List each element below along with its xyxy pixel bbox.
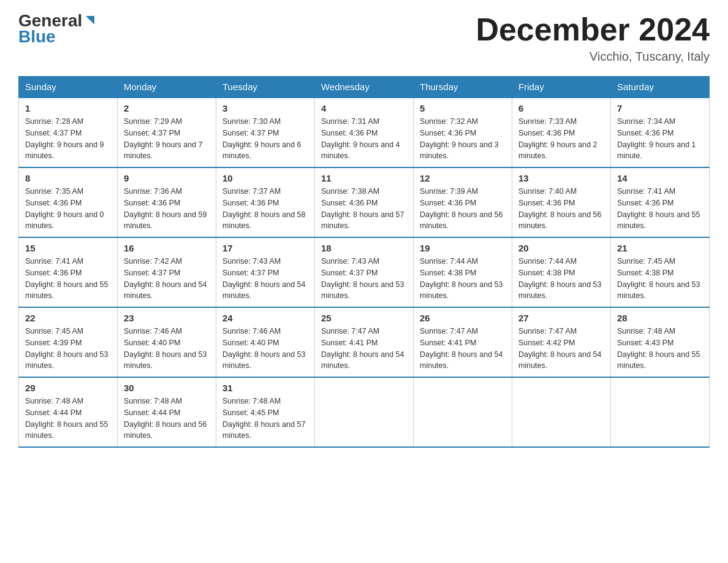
- day-info: Sunrise: 7:47 AM Sunset: 4:42 PM Dayligh…: [518, 326, 604, 372]
- day-info: Sunrise: 7:34 AM Sunset: 4:36 PM Dayligh…: [617, 116, 703, 162]
- day-number: 23: [124, 313, 210, 323]
- day-info: Sunrise: 7:42 AM Sunset: 4:37 PM Dayligh…: [124, 256, 210, 302]
- logo-blue: Blue: [18, 27, 56, 47]
- day-header-monday: Monday: [118, 77, 216, 98]
- day-info: Sunrise: 7:36 AM Sunset: 4:36 PM Dayligh…: [124, 186, 210, 232]
- calendar-cell: 18 Sunrise: 7:43 AM Sunset: 4:37 PM Dayl…: [315, 237, 414, 307]
- day-number: 4: [321, 103, 407, 113]
- calendar-cell: 2 Sunrise: 7:29 AM Sunset: 4:37 PM Dayli…: [118, 98, 216, 167]
- week-row-3: 15 Sunrise: 7:41 AM Sunset: 4:36 PM Dayl…: [19, 237, 710, 307]
- day-number: 16: [124, 243, 210, 253]
- day-info: Sunrise: 7:48 AM Sunset: 4:43 PM Dayligh…: [617, 326, 703, 372]
- calendar-cell: 30 Sunrise: 7:48 AM Sunset: 4:44 PM Dayl…: [118, 377, 216, 447]
- day-info: Sunrise: 7:48 AM Sunset: 4:44 PM Dayligh…: [25, 396, 111, 442]
- calendar-cell: 16 Sunrise: 7:42 AM Sunset: 4:37 PM Dayl…: [118, 237, 216, 307]
- day-info: Sunrise: 7:47 AM Sunset: 4:41 PM Dayligh…: [420, 326, 506, 372]
- week-row-4: 22 Sunrise: 7:45 AM Sunset: 4:39 PM Dayl…: [19, 307, 710, 377]
- month-title: December 2024: [476, 12, 710, 47]
- day-info: Sunrise: 7:30 AM Sunset: 4:37 PM Dayligh…: [222, 116, 308, 162]
- day-number: 30: [124, 383, 210, 393]
- day-number: 1: [25, 103, 111, 113]
- page-header: General Blue December 2024 Vicchio, Tusc…: [18, 12, 710, 64]
- day-number: 15: [25, 243, 111, 253]
- day-info: Sunrise: 7:43 AM Sunset: 4:37 PM Dayligh…: [222, 256, 308, 302]
- day-header-tuesday: Tuesday: [216, 77, 315, 98]
- day-number: 26: [420, 313, 506, 323]
- calendar-cell: 13 Sunrise: 7:40 AM Sunset: 4:36 PM Dayl…: [512, 167, 611, 237]
- day-number: 5: [420, 103, 506, 113]
- day-info: Sunrise: 7:35 AM Sunset: 4:36 PM Dayligh…: [25, 186, 111, 232]
- day-info: Sunrise: 7:40 AM Sunset: 4:36 PM Dayligh…: [518, 186, 604, 232]
- day-info: Sunrise: 7:37 AM Sunset: 4:36 PM Dayligh…: [222, 186, 308, 232]
- day-number: 22: [25, 313, 111, 323]
- day-number: 18: [321, 243, 407, 253]
- day-number: 17: [222, 243, 308, 253]
- day-number: 7: [617, 103, 703, 113]
- calendar-cell: [611, 377, 710, 447]
- day-number: 8: [25, 173, 111, 183]
- calendar-cell: 31 Sunrise: 7:48 AM Sunset: 4:45 PM Dayl…: [216, 377, 315, 447]
- day-number: 19: [420, 243, 506, 253]
- day-info: Sunrise: 7:48 AM Sunset: 4:44 PM Dayligh…: [124, 396, 210, 442]
- day-number: 10: [222, 173, 308, 183]
- calendar-cell: 5 Sunrise: 7:32 AM Sunset: 4:36 PM Dayli…: [414, 98, 512, 167]
- calendar-cell: 15 Sunrise: 7:41 AM Sunset: 4:36 PM Dayl…: [19, 237, 118, 307]
- location-subtitle: Vicchio, Tuscany, Italy: [476, 50, 710, 64]
- day-header-wednesday: Wednesday: [315, 77, 414, 98]
- day-info: Sunrise: 7:31 AM Sunset: 4:36 PM Dayligh…: [321, 116, 407, 162]
- day-info: Sunrise: 7:47 AM Sunset: 4:41 PM Dayligh…: [321, 326, 407, 372]
- day-number: 2: [124, 103, 210, 113]
- day-info: Sunrise: 7:41 AM Sunset: 4:36 PM Dayligh…: [25, 256, 111, 302]
- day-number: 29: [25, 383, 111, 393]
- calendar-cell: 10 Sunrise: 7:37 AM Sunset: 4:36 PM Dayl…: [216, 167, 315, 237]
- day-number: 11: [321, 173, 407, 183]
- day-number: 25: [321, 313, 407, 323]
- calendar-cell: 24 Sunrise: 7:46 AM Sunset: 4:40 PM Dayl…: [216, 307, 315, 377]
- calendar-cell: 22 Sunrise: 7:45 AM Sunset: 4:39 PM Dayl…: [19, 307, 118, 377]
- calendar-cell: 20 Sunrise: 7:44 AM Sunset: 4:38 PM Dayl…: [512, 237, 611, 307]
- calendar-cell: [414, 377, 512, 447]
- calendar-cell: 8 Sunrise: 7:35 AM Sunset: 4:36 PM Dayli…: [19, 167, 118, 237]
- day-number: 28: [617, 313, 703, 323]
- day-number: 12: [420, 173, 506, 183]
- calendar-cell: 6 Sunrise: 7:33 AM Sunset: 4:36 PM Dayli…: [512, 98, 611, 167]
- title-section: December 2024 Vicchio, Tuscany, Italy: [476, 12, 710, 64]
- calendar-cell: 23 Sunrise: 7:46 AM Sunset: 4:40 PM Dayl…: [118, 307, 216, 377]
- day-number: 24: [222, 313, 308, 323]
- day-number: 21: [617, 243, 703, 253]
- day-header-thursday: Thursday: [414, 77, 512, 98]
- day-number: 14: [617, 173, 703, 183]
- day-info: Sunrise: 7:45 AM Sunset: 4:38 PM Dayligh…: [617, 256, 703, 302]
- calendar-cell: 7 Sunrise: 7:34 AM Sunset: 4:36 PM Dayli…: [611, 98, 710, 167]
- calendar-cell: 29 Sunrise: 7:48 AM Sunset: 4:44 PM Dayl…: [19, 377, 118, 447]
- day-info: Sunrise: 7:46 AM Sunset: 4:40 PM Dayligh…: [222, 326, 308, 372]
- calendar-header-row: SundayMondayTuesdayWednesdayThursdayFrid…: [19, 77, 710, 98]
- day-number: 9: [124, 173, 210, 183]
- calendar-cell: 21 Sunrise: 7:45 AM Sunset: 4:38 PM Dayl…: [611, 237, 710, 307]
- calendar-cell: 3 Sunrise: 7:30 AM Sunset: 4:37 PM Dayli…: [216, 98, 315, 167]
- calendar-cell: 14 Sunrise: 7:41 AM Sunset: 4:36 PM Dayl…: [611, 167, 710, 237]
- calendar-cell: 19 Sunrise: 7:44 AM Sunset: 4:38 PM Dayl…: [414, 237, 512, 307]
- week-row-1: 1 Sunrise: 7:28 AM Sunset: 4:37 PM Dayli…: [19, 98, 710, 167]
- calendar-cell: [512, 377, 611, 447]
- calendar-cell: 17 Sunrise: 7:43 AM Sunset: 4:37 PM Dayl…: [216, 237, 315, 307]
- calendar-table: SundayMondayTuesdayWednesdayThursdayFrid…: [18, 76, 710, 448]
- logo: General Blue: [18, 12, 97, 47]
- svg-marker-0: [86, 16, 94, 25]
- day-number: 3: [222, 103, 308, 113]
- day-number: 13: [518, 173, 604, 183]
- day-info: Sunrise: 7:48 AM Sunset: 4:45 PM Dayligh…: [222, 396, 308, 442]
- day-info: Sunrise: 7:43 AM Sunset: 4:37 PM Dayligh…: [321, 256, 407, 302]
- calendar-cell: 4 Sunrise: 7:31 AM Sunset: 4:36 PM Dayli…: [315, 98, 414, 167]
- day-header-sunday: Sunday: [19, 77, 118, 98]
- calendar-cell: [315, 377, 414, 447]
- calendar-cell: 26 Sunrise: 7:47 AM Sunset: 4:41 PM Dayl…: [414, 307, 512, 377]
- day-number: 6: [518, 103, 604, 113]
- day-info: Sunrise: 7:32 AM Sunset: 4:36 PM Dayligh…: [420, 116, 506, 162]
- calendar-cell: 27 Sunrise: 7:47 AM Sunset: 4:42 PM Dayl…: [512, 307, 611, 377]
- day-number: 20: [518, 243, 604, 253]
- day-number: 27: [518, 313, 604, 323]
- day-header-saturday: Saturday: [611, 77, 710, 98]
- day-info: Sunrise: 7:44 AM Sunset: 4:38 PM Dayligh…: [518, 256, 604, 302]
- calendar-cell: 25 Sunrise: 7:47 AM Sunset: 4:41 PM Dayl…: [315, 307, 414, 377]
